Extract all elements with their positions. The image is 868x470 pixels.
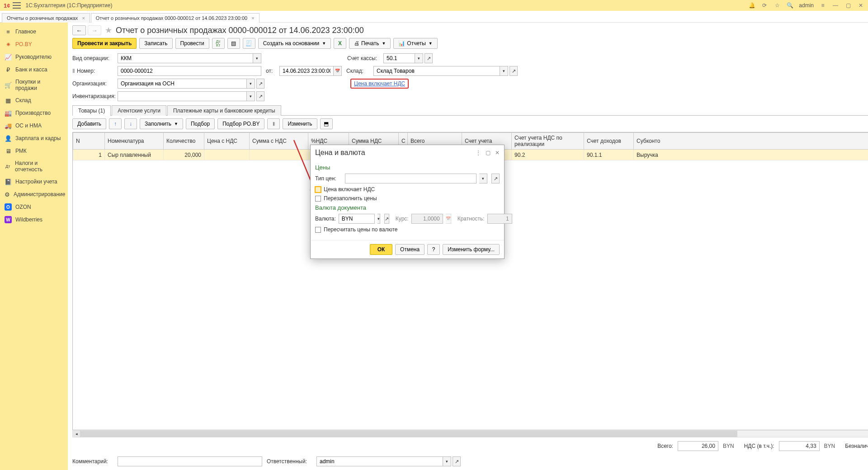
sidebar-item[interactable]: 🏭Производство [0,107,68,119]
structure-icon[interactable]: ▤ [227,38,240,49]
cash-acc-field[interactable] [383,53,415,63]
tab-close-icon[interactable]: × [82,15,85,21]
oper-type-field[interactable] [118,53,253,63]
dialog-titlebar[interactable]: Цена и валюта ⋮ ▢ ✕ [311,145,504,160]
doc-tab[interactable]: Отчет о розничных продажах 0000-000012 о… [91,13,259,23]
open-ref-icon[interactable]: ↗ [384,214,389,224]
sidebar-item[interactable]: ≡Главное [0,25,68,38]
cell-sum[interactable] [250,150,308,160]
inner-tab-cards[interactable]: Платежные карты и банковские кредиты [167,105,281,116]
minimize-icon[interactable]: — [832,2,839,9]
dropdown-icon[interactable]: ▾ [253,53,261,63]
favorite-star-icon[interactable]: ★ [105,25,112,35]
receipt-icon[interactable]: 🧾 [243,38,255,49]
price-type-field[interactable] [345,174,476,183]
cell-income[interactable]: 90.1.1 [584,150,634,160]
col-sum[interactable]: Сумма с НДС [250,133,308,150]
bell-icon[interactable]: 🔔 [748,2,755,9]
history-icon[interactable]: ⟳ [761,2,768,9]
number-field[interactable] [118,66,261,76]
open-ref-icon[interactable]: ↗ [256,91,264,101]
debit-credit-icon[interactable]: ДтКт [212,38,225,49]
col-n[interactable]: N [73,133,105,150]
import-icon[interactable]: ⬒ [320,118,333,129]
dropdown-icon[interactable]: ▾ [377,214,380,224]
open-ref-icon[interactable]: ↗ [509,66,518,76]
barcode-scan-icon[interactable]: ⫴ [267,118,280,129]
post-button[interactable]: Провести [175,38,209,49]
dropdown-icon[interactable]: ▾ [247,79,255,89]
pick-button[interactable]: Подбор [186,118,215,129]
open-ref-icon[interactable]: ↗ [256,79,264,89]
sidebar-item[interactable]: WWildberries [0,213,68,226]
dropdown-icon[interactable]: ▾ [443,456,451,466]
fill-button[interactable]: Заполнить▼ [140,118,183,129]
add-row-button[interactable]: Добавить [72,118,106,129]
change-button[interactable]: Изменить [283,118,317,129]
sidebar-item[interactable]: ✷PO.BY [0,38,68,51]
nav-forward-button[interactable]: → [88,25,101,35]
recalc-checkbox[interactable] [315,227,321,233]
sidebar-item[interactable]: 🚚ОС и НМА [0,119,68,132]
price-incl-vat-checkbox[interactable] [315,187,321,193]
open-ref-icon[interactable]: ↗ [491,174,500,183]
calendar-icon[interactable]: 📅 [334,66,342,76]
open-ref-icon[interactable]: ↗ [425,53,433,63]
cell-item[interactable]: Сыр плавленный [105,150,164,160]
sidebar-item[interactable]: ▦Склад [0,94,68,107]
nav-back-button[interactable]: ← [72,25,86,35]
dropdown-icon[interactable]: ▾ [415,53,423,63]
cancel-button[interactable]: Отмена [395,244,425,255]
post-close-button[interactable]: Провести и закрыть [72,38,137,49]
cell-subconto[interactable]: Выручка [634,150,868,160]
move-down-icon[interactable]: ↓ [124,118,137,129]
sidebar-item[interactable]: 👤Зарплата и кадры [0,132,68,145]
scroll-left-icon[interactable]: ◂ [73,431,80,437]
col-vatacc[interactable]: Счет учета НДС по реализации [512,133,584,150]
search-icon[interactable]: 🔍 [786,2,793,9]
responsible-field[interactable] [316,456,443,466]
sidebar-item[interactable]: ⚙Администрирование [0,188,68,201]
options-icon[interactable]: ≡ [819,2,826,9]
dropdown-icon[interactable]: ▾ [500,66,508,76]
price-includes-vat-link[interactable]: Цена включает НДС [354,80,405,87]
sidebar-item[interactable]: ₽Банк и касса [0,63,68,76]
dialog-maximize-icon[interactable]: ▢ [486,150,491,156]
sidebar-item[interactable]: ДтНалоги и отчетность [0,157,68,175]
org-field[interactable] [118,79,247,89]
sidebar-item[interactable]: 📈Руководителю [0,51,68,63]
col-price[interactable]: Цена с НДС [204,133,250,150]
sidebar-item[interactable]: OOZON [0,201,68,213]
excel-icon[interactable]: X [334,38,346,49]
pick-poby-button[interactable]: Подбор PO.BY [217,118,264,129]
sidebar-item[interactable]: 🖥РМК [0,145,68,157]
create-based-button[interactable]: Создать на основании▼ [258,38,331,49]
cell-qty[interactable]: 20,000 [164,150,204,160]
move-up-icon[interactable]: ↑ [109,118,122,129]
col-item[interactable]: Номенклатура [105,133,164,150]
currency-field[interactable] [339,214,375,224]
col-qty[interactable]: Количество [164,133,204,150]
scroll-thumb[interactable] [80,431,737,437]
cell-price[interactable] [204,150,250,160]
col-income[interactable]: Счет доходов [584,133,634,150]
inner-tab-agent[interactable]: Агентские услуги [112,105,166,116]
horizontal-scrollbar[interactable]: ◂ ▸ [72,430,868,437]
close-icon[interactable]: ✕ [857,2,864,9]
dropdown-icon[interactable]: ▾ [247,91,255,101]
doc-tab[interactable]: Отчеты о розничных продажах × [2,13,90,23]
ok-button[interactable]: ОК [370,244,392,255]
maximize-icon[interactable]: ▢ [844,2,852,9]
refill-prices-checkbox[interactable] [315,196,321,202]
sidebar-item[interactable]: 🛒Покупки и продажи [0,76,68,94]
inner-tab-goods[interactable]: Товары (1) [72,105,111,116]
cell-n[interactable]: 1 [73,150,105,160]
price-link-highlight[interactable]: Цена включает НДС [350,79,409,89]
comment-field[interactable] [118,456,262,466]
change-form-button[interactable]: Изменить форму... [443,244,500,255]
user-label[interactable]: admin [799,2,814,9]
inventory-field[interactable] [118,91,247,101]
warehouse-field[interactable] [373,66,500,76]
dialog-help-button[interactable]: ? [427,244,440,255]
dropdown-icon[interactable]: ▾ [479,174,487,183]
